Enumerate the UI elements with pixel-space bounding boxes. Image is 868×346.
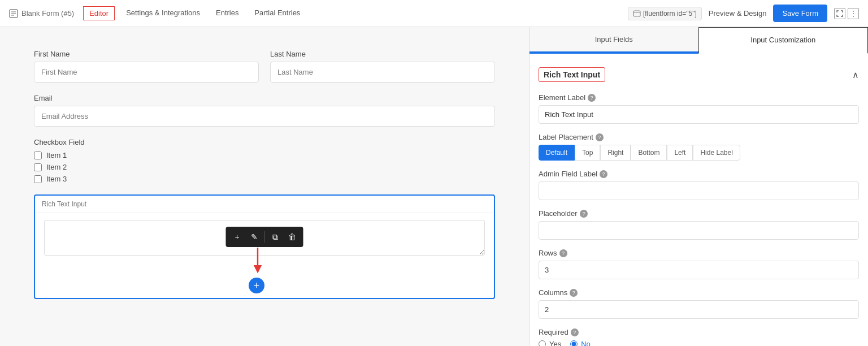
arrow-svg — [246, 248, 269, 276]
checkbox-3[interactable] — [34, 175, 42, 183]
tab-input-customization[interactable]: Input Customization — [698, 27, 869, 54]
rich-text-block: Rich Text Input + ✎ ⧉ — [34, 194, 495, 299]
required-help-icon[interactable]: ? — [571, 328, 579, 336]
placeholder-row: Placeholder ? — [539, 209, 859, 240]
toolbar-edit-btn[interactable]: ✎ — [246, 229, 262, 245]
save-button[interactable]: Save Form — [773, 5, 827, 22]
tab-settings[interactable]: Settings & Integrations — [119, 1, 207, 26]
required-yes-label[interactable]: Yes — [539, 340, 561, 346]
toolbar-add-btn[interactable]: + — [229, 229, 245, 245]
placement-right[interactable]: Right — [600, 145, 631, 161]
toolbar-add-icon: + — [235, 232, 239, 241]
checkbox-1[interactable] — [34, 152, 42, 159]
field-toolbar: + ✎ ⧉ 🗑 — [226, 227, 303, 247]
label-placement-help-icon[interactable]: ? — [596, 133, 604, 141]
last-name-group: Last Name — [270, 50, 495, 83]
admin-field-input[interactable] — [539, 181, 859, 200]
checkbox-item-3-label: Item 3 — [46, 175, 67, 183]
label-placement-group: Default Top Right Bottom Left Hide Label — [539, 145, 859, 161]
admin-field-row: Admin Field Label ? — [539, 170, 859, 200]
checkbox-label: Checkbox Field — [34, 138, 495, 146]
shortcode-badge[interactable]: [fluentform id="5"] — [628, 7, 702, 20]
section-header: Rich Text Input ∧ — [539, 63, 859, 86]
required-yes-radio[interactable] — [539, 340, 546, 346]
email-input[interactable] — [34, 106, 495, 127]
required-yes-text: Yes — [549, 340, 561, 346]
submit-row: Submit Form — [34, 339, 495, 346]
shortcode-text: [fluentform id="5"] — [643, 10, 697, 18]
first-name-input[interactable] — [34, 62, 259, 83]
placement-bottom[interactable]: Bottom — [631, 145, 667, 161]
checkbox-item-3: Item 3 — [34, 175, 495, 183]
toolbar-edit-icon: ✎ — [251, 232, 258, 241]
form-inner: First Name Last Name Email Checkbox Fiel… — [34, 50, 495, 346]
required-radio-group: Yes No — [539, 340, 859, 346]
required-no-label[interactable]: No — [570, 340, 591, 346]
name-row: First Name Last Name — [34, 50, 495, 83]
columns-label: Columns ? — [539, 288, 859, 297]
columns-input[interactable] — [539, 300, 859, 319]
email-label: Email — [34, 94, 495, 102]
placement-top[interactable]: Top — [575, 145, 600, 161]
checkbox-item-1-label: Item 1 — [46, 151, 67, 159]
admin-field-help-icon[interactable]: ? — [600, 170, 607, 178]
checkbox-item-1: Item 1 — [34, 151, 495, 159]
columns-help-icon[interactable]: ? — [570, 289, 578, 297]
tab-entries[interactable]: Entries — [209, 1, 245, 26]
placeholder-help-icon[interactable]: ? — [580, 210, 588, 218]
toolbar-copy-icon: ⧉ — [272, 232, 278, 242]
top-nav: Blank Form (#5) Editor Settings & Integr… — [0, 0, 868, 27]
rows-help-icon[interactable]: ? — [559, 249, 567, 257]
rich-text-field-label: Rich Text Input — [35, 196, 494, 213]
brand-label: Blank Form (#5) — [21, 9, 74, 18]
right-panel: Input Fields Input Customization Rich Te… — [529, 27, 868, 346]
placement-left[interactable]: Left — [667, 145, 693, 161]
nav-right: [fluentform id="5"] Preview & Design Sav… — [628, 5, 859, 22]
columns-row: Columns ? — [539, 288, 859, 319]
expand-icon[interactable] — [834, 8, 845, 19]
email-group: Email — [34, 94, 495, 127]
code-icon — [633, 10, 641, 18]
preview-link[interactable]: Preview & Design — [709, 9, 767, 18]
form-editor: First Name Last Name Email Checkbox Fiel… — [0, 27, 529, 346]
toolbar-copy-btn[interactable]: ⧉ — [267, 229, 283, 245]
element-label-row: Element Label ? — [539, 93, 859, 124]
rows-input[interactable] — [539, 261, 859, 279]
toolbar-delete-icon: 🗑 — [288, 232, 296, 241]
first-name-label: First Name — [34, 50, 259, 58]
checkbox-section: Checkbox Field Item 1 Item 2 Item 3 — [34, 138, 495, 183]
tab-partial[interactable]: Partial Entries — [248, 1, 307, 26]
add-circle-button[interactable]: + — [249, 278, 264, 293]
required-row: Required ? Yes No — [539, 328, 859, 346]
rows-label: Rows ? — [539, 249, 859, 257]
checkbox-2[interactable] — [34, 163, 42, 171]
required-no-radio[interactable] — [570, 340, 578, 346]
placement-default[interactable]: Default — [539, 145, 575, 161]
label-placement-row: Label Placement ? Default Top Right Bott… — [539, 133, 859, 161]
placement-hide[interactable]: Hide Label — [693, 145, 740, 161]
toolbar-delete-btn[interactable]: 🗑 — [284, 229, 300, 245]
first-name-group: First Name — [34, 50, 259, 83]
rows-row: Rows ? — [539, 249, 859, 279]
main-layout: First Name Last Name Email Checkbox Fiel… — [0, 27, 868, 346]
required-no-text: No — [581, 340, 591, 346]
last-name-label: Last Name — [270, 50, 495, 58]
collapse-button[interactable]: ∧ — [852, 70, 859, 80]
dots-icon[interactable]: ⋮ — [848, 8, 859, 19]
admin-field-label-label: Admin Field Label ? — [539, 170, 859, 178]
tab-input-fields[interactable]: Input Fields — [530, 27, 698, 53]
element-label-input[interactable] — [539, 105, 859, 124]
brand: Blank Form (#5) — [9, 9, 74, 18]
brand-icon — [9, 9, 18, 18]
panel-tabs: Input Fields Input Customization — [530, 27, 868, 54]
placeholder-input[interactable] — [539, 221, 859, 240]
svg-rect-4 — [633, 11, 640, 16]
element-label-help-icon[interactable]: ? — [588, 94, 596, 102]
expand-svg — [836, 10, 843, 17]
tab-editor[interactable]: Editor — [83, 6, 115, 20]
required-label: Required ? — [539, 328, 859, 336]
last-name-input[interactable] — [270, 62, 495, 83]
expand-icons: ⋮ — [834, 8, 859, 19]
checkbox-item-2-label: Item 2 — [46, 163, 67, 171]
checkbox-item-2: Item 2 — [34, 163, 495, 171]
